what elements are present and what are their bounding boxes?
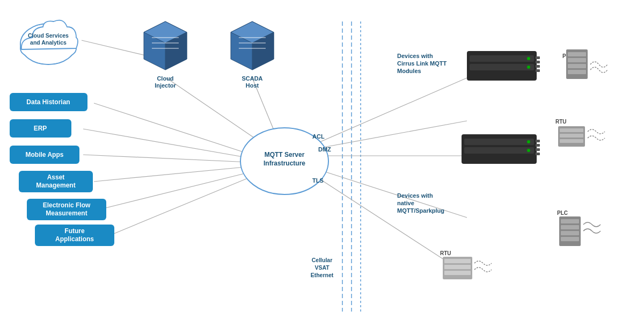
svg-point-84 — [527, 149, 530, 152]
rtu-bottom-label: RTU — [440, 250, 451, 256]
svg-rect-63 — [470, 55, 534, 62]
svg-rect-72 — [568, 52, 586, 56]
gateway-top — [467, 51, 540, 81]
signal-waves-top — [590, 62, 608, 73]
svg-text:Cirrus Link MQTT: Cirrus Link MQTT — [397, 60, 447, 67]
plc-bottom — [559, 216, 581, 246]
svg-text:Ethernet: Ethernet — [311, 272, 334, 278]
svg-line-7 — [99, 169, 262, 209]
plc-bottom-label: PLC — [557, 210, 568, 216]
rtu-bottom — [443, 257, 472, 279]
svg-rect-73 — [568, 58, 586, 62]
svg-rect-70 — [536, 69, 540, 72]
svg-rect-69 — [536, 65, 540, 68]
svg-rect-78 — [560, 134, 583, 138]
asset-management-box: Asset Management — [19, 171, 93, 192]
svg-text:Modules: Modules — [397, 68, 421, 74]
svg-text:Infrastructure: Infrastructure — [264, 160, 305, 167]
mobile-apps-box: Mobile Apps — [10, 146, 79, 164]
svg-rect-94 — [561, 231, 579, 235]
cloud-label: Cloud Services — [28, 32, 69, 39]
svg-line-4 — [83, 129, 261, 160]
svg-rect-82 — [464, 147, 534, 154]
svg-rect-99 — [444, 271, 471, 275]
svg-rect-98 — [444, 265, 471, 269]
svg-text:Electronic Flow: Electronic Flow — [43, 201, 91, 209]
rtu-top-label: RTU — [555, 119, 567, 125]
data-historian-box: Data Historian — [10, 93, 87, 111]
svg-rect-77 — [560, 128, 583, 132]
mqtt-server-infrastructure: MQTT Server Infrastructure ACL DMZ TLS — [240, 128, 331, 194]
svg-text:Data Historian: Data Historian — [26, 98, 70, 106]
svg-rect-81 — [464, 139, 534, 145]
svg-text:Measurement: Measurement — [46, 209, 87, 217]
svg-text:MQTT/Sparkplug: MQTT/Sparkplug — [397, 207, 444, 214]
svg-rect-87 — [536, 148, 540, 151]
plc-top — [566, 49, 588, 79]
svg-text:Mobile Apps: Mobile Apps — [26, 151, 64, 158]
svg-text:Applications: Applications — [55, 235, 94, 243]
svg-rect-64 — [470, 64, 534, 70]
svg-rect-68 — [536, 61, 540, 63]
signal-waves-rtu-top — [588, 129, 605, 140]
svg-text:and Analytics: and Analytics — [30, 39, 67, 46]
electronic-flow-box: Electronic Flow Measurement — [27, 199, 106, 220]
svg-point-83 — [527, 140, 530, 143]
svg-line-3 — [94, 103, 263, 158]
svg-rect-97 — [444, 259, 471, 263]
svg-text:Future: Future — [64, 227, 85, 235]
svg-text:Host: Host — [246, 82, 259, 89]
acl-label: ACL — [312, 133, 325, 140]
svg-rect-92 — [561, 219, 579, 223]
svg-line-6 — [94, 165, 261, 182]
native-mqtt-label: Devices with — [397, 192, 433, 199]
svg-rect-67 — [536, 56, 540, 59]
svg-text:native: native — [397, 200, 414, 206]
svg-line-8 — [110, 172, 263, 235]
svg-rect-93 — [561, 225, 579, 229]
signal-waves-rtu-bottom — [474, 261, 492, 272]
svg-rect-75 — [568, 70, 586, 74]
svg-rect-74 — [568, 64, 586, 68]
signal-waves-plc-bottom — [583, 222, 601, 233]
rtu-top — [558, 126, 585, 147]
svg-line-5 — [83, 155, 261, 163]
svg-point-66 — [527, 66, 530, 69]
gateway-mid — [462, 134, 540, 164]
svg-rect-79 — [560, 139, 583, 143]
svg-text:SCADA: SCADA — [241, 75, 262, 82]
svg-text:Injector: Injector — [155, 82, 176, 89]
cirrus-link-label: Devices with — [397, 53, 433, 59]
network-type-label: Cellular — [312, 257, 333, 263]
cloud-services-icon: Cloud Services and Analytics — [20, 20, 78, 64]
svg-rect-95 — [561, 237, 579, 241]
future-applications-box: Future Applications — [35, 225, 114, 246]
svg-point-65 — [527, 57, 530, 60]
svg-text:Cloud: Cloud — [157, 75, 173, 82]
svg-text:VSAT: VSAT — [314, 264, 330, 271]
svg-rect-86 — [536, 144, 540, 147]
svg-text:Asset: Asset — [47, 174, 65, 181]
svg-rect-85 — [536, 140, 540, 142]
svg-text:MQTT Server: MQTT Server — [265, 151, 305, 158]
cloud-injector-server: Cloud Injector — [144, 21, 187, 89]
svg-line-12 — [301, 78, 467, 150]
dmz-label: DMZ — [318, 146, 331, 153]
svg-text:Management: Management — [36, 182, 75, 189]
tls-label: TLS — [312, 177, 324, 184]
svg-text:ERP: ERP — [34, 125, 47, 132]
scada-host-server: SCADA Host — [231, 21, 274, 89]
svg-rect-88 — [536, 153, 540, 155]
erp-box: ERP — [10, 119, 71, 138]
